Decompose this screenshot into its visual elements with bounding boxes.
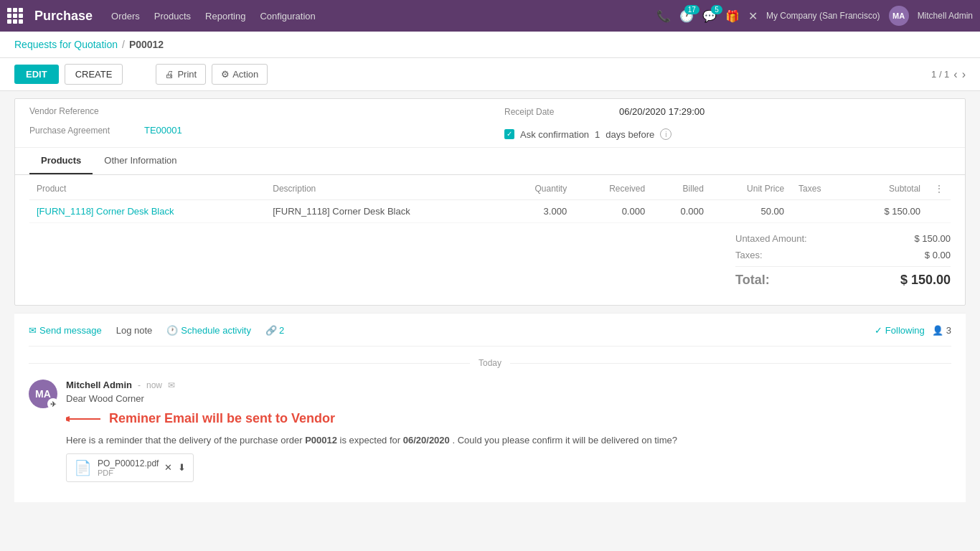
print-icon: 🖨 bbox=[165, 69, 174, 80]
vendor-ref-label: Vendor Reference bbox=[29, 106, 130, 116]
header-row: Vendor Reference Purchase Agreement TE00… bbox=[29, 106, 951, 140]
menu-products[interactable]: Products bbox=[154, 11, 191, 22]
message-greeting: Dear Wood Corner bbox=[66, 393, 951, 404]
message-item: MA ✈ Mitchell Admin - now ✉ Dear Wood Co… bbox=[29, 380, 951, 482]
cell-description: [FURN_1118] Corner Desk Black bbox=[265, 200, 501, 223]
phone-icon[interactable]: 📞 bbox=[656, 9, 671, 23]
col-taxes: Taxes bbox=[791, 178, 849, 200]
topnav-menu: Orders Products Reporting Configuration bbox=[111, 11, 652, 22]
person-icon: 👤 bbox=[932, 325, 943, 336]
breadcrumb-parent[interactable]: Requests for Quotation bbox=[14, 39, 118, 50]
attachment-name: PO_P00012.pdf bbox=[98, 458, 159, 468]
receipt-date-value: 06/20/2020 17:29:00 bbox=[619, 106, 705, 117]
totals-table: Untaxed Amount: $ 150.00 Taxes: $ 0.00 T… bbox=[735, 230, 951, 291]
cell-taxes bbox=[791, 200, 849, 223]
following-button[interactable]: ✓ Following bbox=[875, 325, 925, 336]
tab-products[interactable]: Products bbox=[29, 148, 93, 174]
prev-page-button[interactable]: ‹ bbox=[953, 68, 957, 81]
pagination: 1 / 1 ‹ › bbox=[931, 68, 966, 81]
link-count-value: 2 bbox=[279, 325, 284, 336]
toolbar: EDIT CREATE 🖨 Print ⚙ Action 1 / 1 ‹ › bbox=[0, 58, 980, 91]
link-count[interactable]: 🔗 2 bbox=[265, 325, 284, 336]
topnav-right: 📞 🕐 17 💬 5 🎁 ✕ My Company (San Francisco… bbox=[656, 6, 973, 26]
purchase-agreement-row: Purchase Agreement TE00001 bbox=[29, 125, 476, 136]
company-name[interactable]: My Company (San Francisco) bbox=[766, 11, 880, 21]
message-avatar: MA ✈ bbox=[29, 380, 57, 408]
create-button[interactable]: CREATE bbox=[65, 64, 123, 85]
plane-icon: ✈ bbox=[47, 398, 59, 410]
attachment-info: PO_P00012.pdf PDF bbox=[98, 458, 159, 477]
purchase-agreement-value[interactable]: TE00001 bbox=[144, 125, 182, 136]
total-value: $ 150.00 bbox=[900, 273, 951, 288]
email-icon: ✉ bbox=[168, 380, 175, 390]
taxes-value: $ 0.00 bbox=[925, 250, 951, 260]
body-end: . Could you please confirm it will be de… bbox=[452, 435, 677, 446]
attachment-remove-button[interactable]: ✕ bbox=[164, 462, 172, 473]
col-options: ⋮ bbox=[928, 178, 951, 200]
total-row: Total: $ 150.00 bbox=[735, 266, 951, 291]
close-icon[interactable]: ✕ bbox=[748, 9, 758, 23]
cell-received: 0.000 bbox=[574, 200, 652, 223]
gift-icon[interactable]: 🎁 bbox=[725, 9, 740, 23]
body-mid: is expected for bbox=[340, 435, 403, 446]
total-label: Total: bbox=[735, 273, 770, 288]
message-header: Mitchell Admin - now ✉ bbox=[66, 380, 951, 390]
user-avatar[interactable]: MA bbox=[889, 6, 909, 26]
untaxed-amount-row: Untaxed Amount: $ 150.00 bbox=[735, 230, 951, 247]
action-button[interactable]: ⚙ Action bbox=[212, 64, 268, 85]
menu-orders[interactable]: Orders bbox=[111, 11, 140, 22]
message-body: Here is a reminder that the delivery of … bbox=[66, 433, 951, 448]
app-brand: Purchase bbox=[34, 9, 93, 24]
table-body: [FURN_1118] Corner Desk Black [FURN_1118… bbox=[29, 200, 951, 223]
followers-count: 👤 3 bbox=[932, 325, 951, 336]
info-icon[interactable]: i bbox=[660, 128, 672, 140]
attachment: 📄 PO_P00012.pdf PDF ✕ ⬇ bbox=[66, 453, 194, 482]
following-label: Following bbox=[885, 325, 925, 336]
tab-other-information[interactable]: Other Information bbox=[93, 148, 188, 174]
date-divider: Today bbox=[29, 358, 951, 368]
totals-section: Untaxed Amount: $ 150.00 Taxes: $ 0.00 T… bbox=[15, 223, 965, 305]
breadcrumb: Requests for Quotation / P00012 bbox=[0, 32, 980, 58]
table-row[interactable]: [FURN_1118] Corner Desk Black [FURN_1118… bbox=[29, 200, 951, 223]
ask-confirmation-row: Ask confirmation 1 days before i bbox=[504, 128, 672, 140]
activity-icon[interactable]: 🕐 17 bbox=[679, 9, 694, 23]
col-subtotal: Subtotal bbox=[849, 178, 928, 200]
checkmark-icon: ✓ bbox=[875, 325, 882, 336]
gear-icon: ⚙ bbox=[221, 69, 230, 80]
schedule-activity-button[interactable]: 🕐 Schedule activity bbox=[166, 325, 251, 336]
send-message-label: Send message bbox=[39, 325, 102, 336]
col-quantity: Quantity bbox=[501, 178, 574, 200]
untaxed-amount-label: Untaxed Amount: bbox=[735, 233, 807, 244]
send-message-button[interactable]: ✉ Send message bbox=[29, 325, 102, 336]
print-button[interactable]: 🖨 Print bbox=[156, 64, 206, 85]
followers-count-value: 3 bbox=[946, 325, 951, 336]
tabs: Products Other Information bbox=[15, 148, 965, 175]
date-divider-text: Today bbox=[470, 358, 510, 368]
message-time-value: now bbox=[146, 380, 162, 390]
send-message-icon: ✉ bbox=[29, 325, 37, 336]
taxes-row: Taxes: $ 0.00 bbox=[735, 247, 951, 263]
cell-unit-price: 50.00 bbox=[711, 200, 791, 223]
ask-confirmation-checkbox[interactable] bbox=[504, 129, 514, 139]
print-label: Print bbox=[177, 69, 197, 80]
clock-icon: 🕐 bbox=[166, 325, 178, 336]
menu-configuration[interactable]: Configuration bbox=[260, 11, 315, 22]
edit-button[interactable]: EDIT bbox=[14, 65, 59, 84]
receipt-date-row: Receipt Date 06/20/2020 17:29:00 bbox=[504, 106, 705, 117]
message-author: Mitchell Admin bbox=[66, 380, 132, 390]
message-icon[interactable]: 💬 5 bbox=[702, 9, 717, 23]
cell-product: [FURN_1118] Corner Desk Black bbox=[29, 200, 265, 223]
next-page-button[interactable]: › bbox=[962, 68, 966, 81]
log-note-button[interactable]: Log note bbox=[116, 325, 153, 336]
attachment-download-button[interactable]: ⬇ bbox=[178, 462, 186, 473]
col-unit-price: Unit Price bbox=[711, 178, 791, 200]
breadcrumb-current: P00012 bbox=[129, 39, 164, 50]
grid-icon[interactable] bbox=[7, 8, 23, 24]
menu-reporting[interactable]: Reporting bbox=[205, 11, 245, 22]
annotation-text: Reminer Email will be sent to Vendor bbox=[109, 411, 335, 426]
ask-confirmation-suffix: days before bbox=[606, 129, 654, 140]
message-badge: 5 bbox=[711, 5, 722, 14]
untaxed-amount-value: $ 150.00 bbox=[914, 233, 951, 244]
cell-row-options bbox=[928, 200, 951, 223]
breadcrumb-separator: / bbox=[122, 39, 125, 50]
